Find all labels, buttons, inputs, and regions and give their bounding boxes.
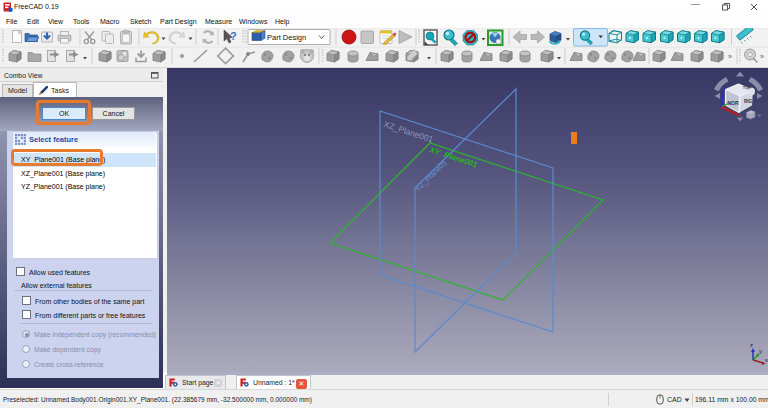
svg-text:TOP: TOP	[742, 85, 751, 91]
svg-text:y: y	[759, 348, 762, 354]
svg-text:?: ?	[230, 30, 237, 42]
svg-text:NOR: NOR	[728, 100, 740, 106]
svg-text:Part Design: Part Design	[267, 33, 306, 42]
svg-text:»: »	[760, 53, 764, 60]
svg-text:RIG: RIG	[744, 99, 753, 104]
svg-text:z: z	[750, 342, 753, 348]
svg-text:»: »	[728, 53, 732, 60]
